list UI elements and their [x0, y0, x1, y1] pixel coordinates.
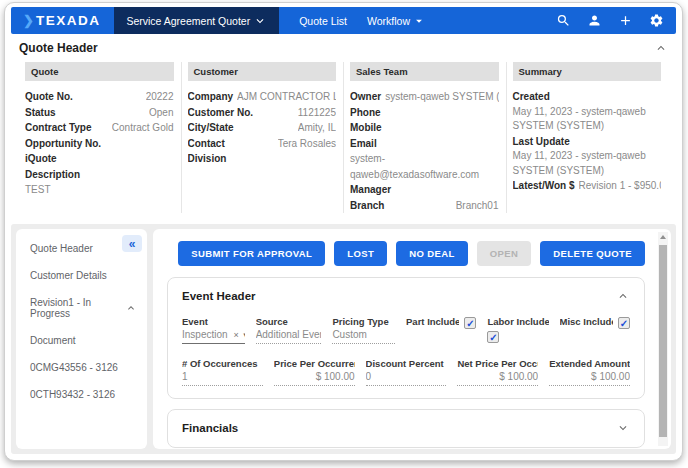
nav-tab-service-agreement-quoter[interactable]: Service Agreement Quoter [114, 7, 279, 34]
pricing-type-field: Pricing Type Custom [332, 316, 395, 345]
chevron-down-icon[interactable] [616, 421, 630, 435]
lost-button[interactable]: LOST [334, 241, 387, 266]
discount-percent-field: Discount Percent 0 [366, 358, 447, 386]
misc-included-field: Misc Included ✓ [560, 316, 630, 345]
logo-text: TEXADA [36, 13, 101, 28]
chevron-up-icon[interactable] [616, 289, 630, 303]
created-label: Created [513, 89, 662, 105]
created-value: May 11, 2023 - system-qaweb SYSTEM (SYST… [513, 105, 662, 134]
action-button-row: SUBMIT FOR APPROVAL LOST NO DEAL OPEN DE… [167, 241, 645, 266]
description-row: Description [25, 167, 174, 183]
nav-item-workflow[interactable]: Workflow [367, 14, 426, 28]
email-row: Email [350, 136, 499, 152]
contract-type-row: Contract Type Contract Gold [25, 120, 174, 136]
customer-no-row: Customer No. 1121225 [188, 105, 337, 121]
nav-quote-list-label: Quote List [299, 15, 347, 27]
sidebar-item-customer-details[interactable]: Customer Details [16, 262, 147, 289]
discount-percent-input[interactable]: 0 [366, 369, 447, 386]
sales-team-column: Sales Team Owner system-qaweb SYSTEM (SY… [344, 62, 507, 213]
mobile-row: Mobile [350, 120, 499, 136]
revision-main-panel: SUBMIT FOR APPROVAL LOST NO DEAL OPEN DE… [153, 229, 671, 449]
chevron-up-icon [125, 302, 137, 314]
labor-included-checkbox[interactable]: ✓ [487, 331, 499, 343]
chevron-down-icon [253, 14, 267, 28]
content-region: « Quote Header Customer Details Revision… [11, 224, 676, 454]
financials-title: Financials [182, 422, 238, 434]
double-chevron-left-icon: « [129, 238, 136, 250]
submit-for-approval-button[interactable]: SUBMIT FOR APPROVAL [178, 241, 325, 266]
summary-column: Summary Created May 11, 2023 - system-qa… [507, 62, 669, 213]
sidebar-collapse-button[interactable]: « [122, 235, 142, 252]
summary-column-header: Summary [513, 62, 662, 81]
extended-amount-field: Extended Amount $ 100.00 [549, 358, 630, 386]
add-icon[interactable] [618, 13, 633, 28]
sidebar-item-0cmg43556[interactable]: 0CMG43556 - 3126 [16, 354, 147, 381]
source-input[interactable]: Additional Event [256, 327, 322, 344]
manager-row: Manager [350, 182, 499, 198]
extended-amount-input[interactable]: $ 100.00 [549, 369, 630, 386]
part-included-checkbox[interactable]: ✓ [464, 317, 476, 329]
nav-workflow-label: Workflow [367, 15, 410, 27]
sidebar-item-revision1[interactable]: Revision1 - In Progress [16, 289, 147, 327]
texada-logo[interactable]: ❯ TEXADA [23, 13, 100, 28]
price-per-occurrence-field: Price Per Occurrence $ 100.00 [274, 358, 355, 386]
net-price-field: Net Price Per Occurrence $ 100.00 [457, 358, 538, 386]
event-header-title: Event Header [182, 290, 256, 302]
account-icon[interactable] [587, 13, 602, 28]
quote-header-panel: Quote Header Quote Quote No. 20222 Statu… [11, 34, 676, 221]
collapse-panel-chevron-up-icon[interactable] [654, 41, 668, 55]
event-field: Event Inspection×▼ [182, 316, 245, 345]
settings-icon[interactable] [649, 13, 664, 28]
arrow-drop-down-icon [412, 14, 426, 28]
scrollbar-thumb[interactable] [659, 245, 667, 437]
description-value: TEST [25, 182, 174, 198]
phone-row: Phone [350, 105, 499, 121]
quote-column: Quote Quote No. 20222 Status Open Contra… [19, 62, 182, 213]
financials-section: Financials [167, 409, 645, 448]
sales-team-column-header: Sales Team [350, 62, 499, 81]
sidebar-item-document[interactable]: Document [16, 327, 147, 354]
email-value: system-qaweb@texadasoftware.com [350, 151, 499, 182]
scroll-up-arrow-icon[interactable] [660, 235, 666, 239]
customer-column: Customer Company AJM CONTRACTOR LTD Cust… [182, 62, 345, 213]
app-bar: ❯ TEXADA Service Agreement Quoter Quote … [11, 7, 676, 34]
source-field: Source Additional Event [256, 316, 322, 345]
app-window: ❯ TEXADA Service Agreement Quoter Quote … [4, 2, 683, 461]
quote-no-row: Quote No. 20222 [25, 89, 174, 105]
net-price-input[interactable]: $ 100.00 [457, 369, 538, 386]
latest-won-row: Latest/Won $ Revision 1 - $950.00 [513, 178, 662, 194]
page-title: Quote Header [19, 41, 98, 55]
nav-item-quote-list[interactable]: Quote List [299, 15, 347, 27]
company-row: Company AJM CONTRACTOR LTD [188, 89, 337, 105]
iquote-row: iQuote [25, 151, 174, 167]
branch-row: Branch Branch01 [350, 198, 499, 214]
open-button: OPEN [477, 241, 532, 266]
nav-tab-label: Service Agreement Quoter [126, 15, 250, 27]
vertical-scrollbar[interactable] [658, 232, 668, 446]
misc-included-checkbox[interactable]: ✓ [618, 317, 630, 329]
logo-chevron-icon: ❯ [23, 13, 34, 28]
sidebar-item-0cth93432[interactable]: 0CTH93432 - 3126 [16, 381, 147, 408]
event-header-section: Event Header Event Inspection×▼ Source A… [167, 277, 645, 399]
clear-icon[interactable]: × [234, 330, 239, 340]
occurences-field: # Of Occurences 1 [182, 358, 263, 386]
delete-quote-button[interactable]: DELETE QUOTE [540, 241, 645, 266]
dropdown-caret-icon[interactable]: ▼ [242, 331, 245, 340]
no-deal-button[interactable]: NO DEAL [396, 241, 468, 266]
city-state-row: City/State Amity, IL [188, 120, 337, 136]
labor-included-field: Labor Included ✓ [487, 316, 548, 345]
contact-row: Contact Tera Rosales [188, 136, 337, 152]
last-update-label: Last Update [513, 134, 662, 150]
last-update-value: May 11, 2023 - system-qaweb SYSTEM (SYST… [513, 149, 662, 178]
occurences-input[interactable]: 1 [182, 369, 263, 386]
price-per-occurrence-input[interactable]: $ 100.00 [274, 369, 355, 386]
event-select[interactable]: Inspection×▼ [182, 327, 245, 344]
opportunity-no-row: Opportunity No. [25, 136, 174, 152]
status-row: Status Open [25, 105, 174, 121]
search-icon[interactable] [556, 13, 571, 28]
sidebar: « Quote Header Customer Details Revision… [16, 229, 147, 449]
pricing-type-input[interactable]: Custom [332, 327, 395, 344]
quote-column-header: Quote [25, 62, 174, 81]
part-included-field: Part Included ✓ [406, 316, 476, 345]
customer-column-header: Customer [188, 62, 337, 81]
